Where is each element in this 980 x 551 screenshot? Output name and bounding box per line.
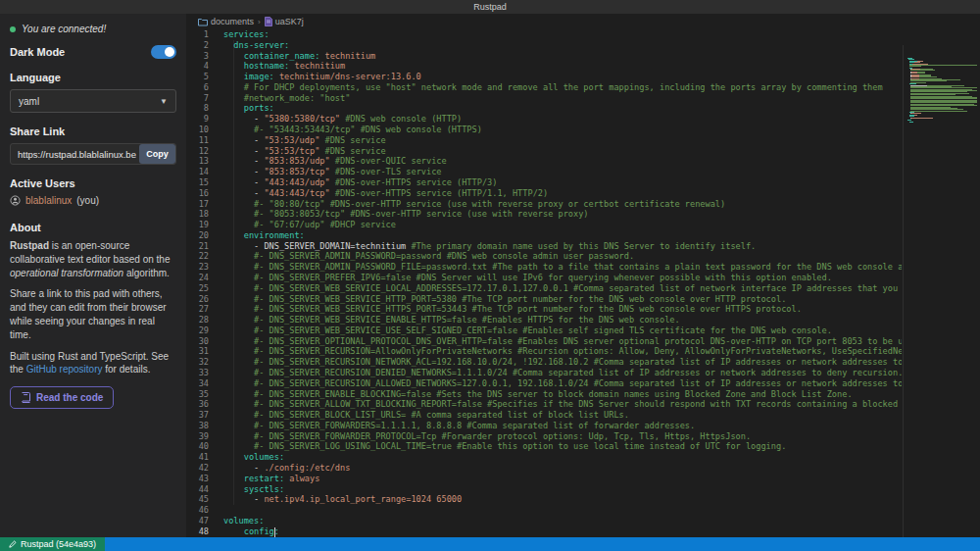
line-number: 38 [186, 421, 214, 431]
about-app-name: Rustpad [10, 240, 49, 251]
line-number: 32 [186, 357, 214, 368]
copy-button[interactable]: Copy [139, 144, 175, 164]
code-line[interactable]: 25 #- DNS_SERVER_WEB_SERVICE_LOCAL_ADDRE… [186, 283, 980, 294]
pencil-icon [9, 540, 17, 548]
code-line[interactable]: 17 #- "80:80/tcp" #DNS-over-HTTP service… [186, 199, 980, 210]
code-line[interactable]: 38 #- DNS_SERVER_FORWARDERS=1.1.1.1, 8.8… [186, 421, 980, 431]
code-line[interactable]: 27 #- DNS_SERVER_WEB_SERVICE_HTTPS_PORT=… [186, 304, 980, 315]
code-line[interactable]: 35 #- DNS_SERVER_ENABLE_BLOCKING=false #… [186, 389, 980, 400]
code-line-text: - "5380:5380/tcp" #DNS web console (HTTP… [214, 114, 902, 125]
code-line[interactable]: 6 # For DHCP deployments, use "host" net… [186, 82, 980, 93]
code-line[interactable]: 21 - DNS_SERVER_DOMAIN=technitium #The p… [186, 241, 980, 252]
line-number: 26 [186, 294, 214, 305]
code-line[interactable]: 39 #- DNS_SERVER_FORWARDER_PROTOCOL=Tcp … [186, 431, 980, 442]
code-line[interactable]: 46 [186, 505, 980, 516]
code-line[interactable]: 9 - "5380:5380/tcp" #DNS web console (HT… [186, 114, 980, 125]
breadcrumb-file[interactable]: uaSK7j [265, 17, 304, 26]
user-icon [10, 195, 21, 206]
github-repository-link[interactable]: GitHub repository [26, 364, 103, 375]
code-line-text: environment: [214, 230, 902, 241]
code-line[interactable]: 4 hostname: technitium [186, 61, 980, 72]
statusbar-version-item[interactable]: Rustpad (54e4a93) [0, 537, 105, 551]
code-line[interactable]: 37 #- DNS_SERVER_BLOCK_LIST_URLS= #A com… [186, 410, 980, 421]
line-number: 1 [186, 29, 214, 40]
breadcrumb-file-label: uaSK7j [275, 17, 304, 26]
line-number: 35 [186, 389, 214, 400]
code-line[interactable]: 3 container_name: technitium [186, 51, 980, 62]
dark-mode-toggle[interactable] [151, 45, 176, 59]
code-line[interactable]: 48 config: [186, 526, 980, 537]
code-line[interactable]: 14 - "853:853/tcp" #DNS-over-TLS service [186, 167, 980, 177]
code-line[interactable]: 5 image: technitium/dns-server:13.6.0 [186, 72, 980, 82]
code-line[interactable]: 23 #- DNS_SERVER_ADMIN_PASSWORD_FILE=pas… [186, 262, 980, 273]
connection-status-text: You are connected! [22, 24, 106, 34]
code-line[interactable]: 44 sysctls: [186, 484, 980, 495]
active-users-label: Active Users [10, 177, 176, 189]
line-number: 48 [186, 526, 214, 537]
code-area[interactable]: 1services:2 dns-server:3 container_name:… [186, 29, 980, 537]
code-line[interactable]: 33 #- DNS_SERVER_RECURSION_DENIED_NETWOR… [186, 368, 980, 378]
code-line-text: #- DNS_SERVER_BLOCK_LIST_URLS= #A comma … [214, 410, 902, 421]
code-line[interactable]: 11 - "53:53/udp" #DNS service [186, 135, 980, 146]
language-select[interactable]: yaml ▼ [10, 89, 176, 113]
code-line[interactable]: 1services: [186, 29, 980, 40]
code-line[interactable]: 16 - "443:443/tcp" #DNS-over-HTTPS servi… [186, 188, 980, 199]
line-number: 41 [186, 452, 214, 463]
code-line[interactable]: 29 #- DNS_SERVER_WEB_SERVICE_USE_SELF_SI… [186, 326, 980, 336]
code-line-text: - "53:53/udp" #DNS service [214, 135, 902, 146]
code-line[interactable]: 2 dns-server: [186, 40, 980, 51]
code-line-text: #- "53443:53443/tcp" #DNS web console (H… [214, 125, 902, 135]
code-line[interactable]: 10 #- "53443:53443/tcp" #DNS web console… [186, 125, 980, 135]
code-line[interactable]: 18 #- "8053:8053/tcp" #DNS-over-HTTP ser… [186, 209, 980, 220]
line-number: 16 [186, 188, 214, 199]
title-bar: Rustpad [0, 0, 980, 14]
code-line[interactable]: 43 restart: always [186, 474, 980, 484]
line-number: 39 [186, 431, 214, 442]
code-line[interactable]: 24 #- DNS_SERVER_PREFER_IPV6=false #DNS … [186, 273, 980, 283]
read-the-code-button[interactable]: Read the code [10, 386, 114, 409]
code-line[interactable]: 30 #- DNS_SERVER_OPTIONAL_PROTOCOL_DNS_O… [186, 336, 980, 347]
code-line-text: #- DNS_SERVER_ENABLE_BLOCKING=false #Set… [214, 389, 902, 400]
code-line[interactable]: 32 #- DNS_SERVER_RECURSION_NETWORK_ACL=1… [186, 357, 980, 368]
code-line[interactable]: 20 environment: [186, 230, 980, 241]
code-line[interactable]: 31 #- DNS_SERVER_RECURSION=AllowOnlyForP… [186, 346, 980, 357]
code-line[interactable]: 36 #- DNS_SERVER_ALLOW_TXT_BLOCKING_REPO… [186, 399, 980, 410]
line-number: 20 [186, 230, 214, 241]
line-number: 29 [186, 326, 214, 336]
line-number: 19 [186, 220, 214, 230]
chevron-down-icon: ▼ [160, 97, 168, 106]
code-line[interactable]: 8 ports: [186, 103, 980, 114]
code-line[interactable]: 45 - net.ipv4.ip_local_port_range=1024 6… [186, 494, 980, 505]
code-line[interactable]: 40 #- DNS_SERVER_LOG_USING_LOCAL_TIME=tr… [186, 441, 980, 452]
line-number: 36 [186, 399, 214, 410]
code-line-text: #- DNS_SERVER_WEB_SERVICE_HTTP_PORT=5380… [214, 294, 902, 305]
about-p1-italic: operational transformation [10, 268, 123, 278]
code-line[interactable]: 13 - "853:853/udp" #DNS-over-QUIC servic… [186, 156, 980, 167]
code-line[interactable]: 12 - "53:53/tcp" #DNS service [186, 146, 980, 157]
line-number: 15 [186, 177, 214, 188]
code-line[interactable]: 28 #- DNS_SERVER_WEB_SERVICE_ENABLE_HTTP… [186, 315, 980, 326]
code-line[interactable]: 7 #network_mode: "host" [186, 93, 980, 104]
code-line[interactable]: 42 - ./config:/etc/dns [186, 463, 980, 474]
code-line[interactable]: 15 - "443:443/udp" #DNS-over-HTTPS servi… [186, 177, 980, 188]
code-line-text: #- DNS_SERVER_FORWARDER_PROTOCOL=Tcp #Fo… [214, 431, 902, 442]
code-line[interactable]: 47volumes: [186, 516, 980, 526]
line-number: 30 [186, 336, 214, 347]
code-line[interactable]: 22 #- DNS_SERVER_ADMIN_PASSWORD=password… [186, 251, 980, 262]
line-number: 28 [186, 315, 214, 326]
line-number: 31 [186, 346, 214, 357]
code-line-text: config: [214, 526, 902, 537]
about-paragraph-1: Rustpad is an open-source collaborative … [10, 239, 176, 279]
code-line-text: #- DNS_SERVER_ALLOW_TXT_BLOCKING_REPORT=… [214, 399, 902, 410]
code-line[interactable]: 19 #- "67:67/udp" #DHCP service [186, 220, 980, 230]
code-line-text: container_name: technitium [214, 51, 902, 62]
line-number: 22 [186, 251, 214, 262]
line-number: 11 [186, 135, 214, 146]
code-line[interactable]: 41 volumes: [186, 452, 980, 463]
breadcrumb-folder[interactable]: documents [198, 17, 254, 26]
code-line[interactable]: 34 #- DNS_SERVER_RECURSION_ALLOWED_NETWO… [186, 378, 980, 389]
code-line[interactable]: 26 #- DNS_SERVER_WEB_SERVICE_HTTP_PORT=5… [186, 294, 980, 305]
language-selected-value: yaml [19, 96, 39, 107]
code-line-text: #- DNS_SERVER_ADMIN_PASSWORD=password #D… [214, 251, 902, 262]
minimap[interactable] [903, 45, 980, 537]
